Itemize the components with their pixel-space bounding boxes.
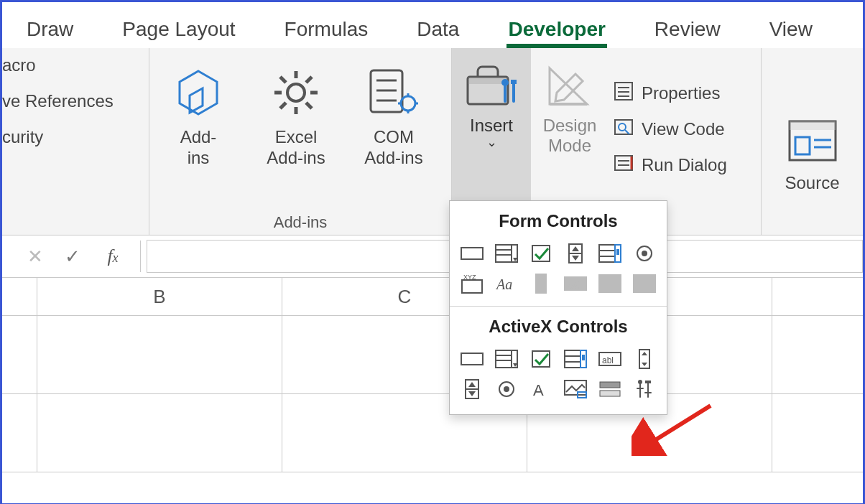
tab-page-layout[interactable]: Page Layout: [121, 8, 236, 48]
grid-row[interactable]: [2, 316, 863, 394]
svg-rect-105: [645, 381, 651, 383]
form-spinbutton-control[interactable]: [561, 241, 590, 266]
tab-developer[interactable]: Developer: [506, 8, 606, 48]
form-combobox-control[interactable]: [492, 241, 521, 266]
form-checkbox-control[interactable]: [527, 241, 555, 266]
activex-scrollbar-control[interactable]: [630, 347, 659, 371]
run-dialog-icon: [613, 152, 634, 178]
svg-marker-54: [572, 256, 579, 261]
properties-button[interactable]: Properties: [613, 80, 727, 106]
svg-rect-44: [461, 248, 483, 259]
activex-listbox-control[interactable]: [561, 347, 590, 371]
svg-rect-62: [462, 280, 482, 293]
design-mode-button[interactable]: Design Mode: [531, 48, 609, 210]
toolbox-icon: [463, 61, 519, 114]
source-label[interactable]: Source: [785, 173, 839, 193]
svg-line-9: [306, 77, 312, 83]
svg-rect-55: [599, 245, 615, 262]
svg-point-96: [504, 386, 509, 392]
excel-addins-button[interactable]: Excel Add-ins: [247, 48, 345, 210]
activex-togglebutton-control[interactable]: [596, 377, 624, 401]
svg-text:XYZ: XYZ: [463, 274, 476, 281]
addins-label: Add- ins: [180, 127, 217, 169]
tab-data[interactable]: Data: [415, 8, 461, 48]
tab-review[interactable]: Review: [653, 8, 722, 48]
com-addins-icon: [365, 61, 422, 124]
svg-rect-81: [565, 350, 580, 368]
svg-marker-93: [468, 382, 476, 387]
form-label-control[interactable]: Aa: [492, 271, 521, 296]
com-addins-label: COM Add-ins: [364, 127, 422, 169]
svg-rect-80: [532, 351, 550, 367]
source-icon: [784, 116, 841, 169]
activex-spinbutton-control[interactable]: [458, 377, 486, 401]
run-dialog-label: Run Dialog: [642, 155, 727, 175]
svg-rect-41: [795, 137, 810, 154]
run-dialog-button[interactable]: Run Dialog: [613, 152, 727, 178]
formula-enter-button[interactable]: ✓: [54, 246, 91, 268]
col-header-blank[interactable]: [2, 278, 37, 315]
form-combo-dropdown-disabled: [630, 271, 659, 296]
activex-label-control[interactable]: A: [527, 377, 555, 401]
form-scrollbar-control[interactable]: [527, 271, 555, 296]
activex-optionbutton-control[interactable]: [492, 377, 521, 401]
view-code-label: View Code: [642, 119, 725, 139]
svg-line-8: [306, 103, 312, 108]
addins-group: Add- ins Ex: [149, 48, 452, 235]
addins-icon: [172, 61, 224, 124]
svg-rect-40: [790, 121, 836, 130]
svg-marker-94: [468, 391, 476, 396]
properties-icon: [613, 80, 634, 106]
ribbon-tabs: Draw Page Layout Formulas Data Developer…: [2, 2, 863, 48]
form-groupbox-control[interactable]: XYZ: [458, 271, 486, 296]
svg-point-33: [619, 123, 626, 131]
worksheet-grid[interactable]: B C D: [2, 278, 863, 503]
activex-image-control[interactable]: [561, 377, 590, 401]
insert-function-button[interactable]: fx: [91, 246, 134, 267]
svg-marker-1: [190, 88, 203, 113]
com-addins-button[interactable]: COM Add-ins: [345, 48, 443, 210]
svg-rect-25: [511, 80, 517, 84]
design-mode-label: Design Mode: [531, 116, 609, 155]
form-listbox-control[interactable]: [596, 241, 624, 266]
svg-text:abl: abl: [602, 355, 614, 365]
activex-commandbutton-control[interactable]: [458, 347, 486, 371]
form-button-control[interactable]: [458, 241, 486, 266]
activex-checkbox-control[interactable]: [527, 347, 555, 371]
svg-rect-32: [615, 120, 632, 134]
activex-combobox-control[interactable]: [492, 347, 521, 371]
col-header-b[interactable]: B: [37, 278, 282, 315]
insert-controls-dropdown: Form Controls XYZ Aa abl ActiveX Control…: [449, 200, 667, 415]
activex-more-controls[interactable]: [630, 377, 659, 401]
svg-rect-71: [615, 275, 621, 292]
svg-marker-90: [642, 363, 647, 366]
svg-point-104: [639, 381, 642, 383]
svg-rect-59: [616, 249, 619, 255]
gear-icon: [270, 61, 322, 124]
activex-textbox-control[interactable]: abl: [596, 347, 624, 371]
svg-rect-85: [582, 355, 585, 360]
view-code-button[interactable]: View Code: [613, 116, 727, 142]
tab-draw[interactable]: Draw: [25, 8, 75, 48]
grid-row[interactable]: [2, 394, 863, 472]
macro-security-clipped[interactable]: curity: [2, 127, 143, 147]
view-code-icon: [613, 116, 634, 142]
form-optionbutton-control[interactable]: [630, 241, 659, 266]
design-mode-icon: [544, 61, 596, 114]
use-relative-references-clipped[interactable]: ve References: [2, 91, 143, 111]
svg-rect-50: [532, 246, 550, 261]
svg-line-7: [280, 77, 286, 83]
tab-formulas[interactable]: Formulas: [283, 8, 370, 48]
tab-view[interactable]: View: [768, 8, 814, 48]
record-macro-clipped[interactable]: acro: [2, 55, 143, 75]
svg-text:Aa: Aa: [495, 276, 512, 292]
addins-button[interactable]: Add- ins: [149, 48, 247, 210]
svg-rect-73: [645, 275, 655, 292]
svg-point-24: [503, 80, 507, 85]
svg-text:abl: abl: [568, 280, 579, 290]
insert-controls-button[interactable]: Insert ⌄: [452, 48, 531, 210]
svg-rect-72: [634, 275, 645, 292]
ribbon: acro ve References curity Add- ins: [2, 48, 863, 235]
column-headers[interactable]: B C D: [2, 278, 863, 316]
formula-cancel-button[interactable]: ✕: [17, 246, 54, 268]
